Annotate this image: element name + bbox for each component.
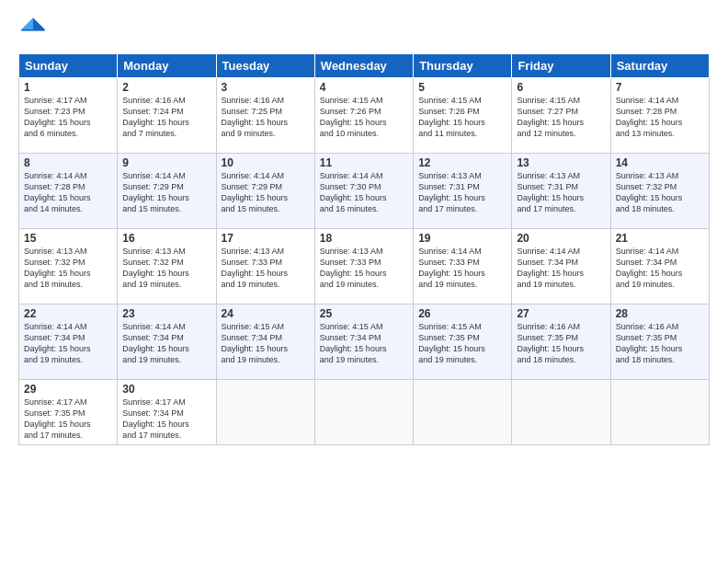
calendar-cell: 6Sunrise: 4:15 AMSunset: 7:27 PMDaylight…: [512, 78, 610, 154]
day-number: 26: [418, 307, 506, 320]
calendar-cell: 28Sunrise: 4:16 AMSunset: 7:35 PMDayligh…: [610, 304, 709, 380]
calendar-cell: 17Sunrise: 4:13 AMSunset: 7:33 PMDayligh…: [216, 229, 314, 304]
calendar-cell: 27Sunrise: 4:16 AMSunset: 7:35 PMDayligh…: [512, 304, 610, 380]
day-info: Sunrise: 4:17 AMSunset: 7:23 PMDaylight:…: [24, 95, 112, 140]
day-info: Sunrise: 4:15 AMSunset: 7:34 PMDaylight:…: [320, 321, 408, 366]
day-info: Sunrise: 4:14 AMSunset: 7:33 PMDaylight:…: [418, 246, 506, 291]
day-number: 25: [320, 307, 408, 320]
svg-rect-2: [21, 29, 45, 31]
day-info: Sunrise: 4:15 AMSunset: 7:26 PMDaylight:…: [418, 95, 506, 140]
day-info: Sunrise: 4:14 AMSunset: 7:28 PMDaylight:…: [616, 95, 704, 140]
calendar-cell: 30Sunrise: 4:17 AMSunset: 7:34 PMDayligh…: [118, 380, 216, 445]
calendar-cell: 23Sunrise: 4:14 AMSunset: 7:34 PMDayligh…: [118, 304, 216, 380]
calendar-cell: 19Sunrise: 4:14 AMSunset: 7:33 PMDayligh…: [414, 229, 512, 304]
day-info: Sunrise: 4:15 AMSunset: 7:26 PMDaylight:…: [320, 95, 408, 140]
day-info: Sunrise: 4:14 AMSunset: 7:29 PMDaylight:…: [122, 170, 210, 215]
calendar-week-1: 1Sunrise: 4:17 AMSunset: 7:23 PMDaylight…: [19, 78, 710, 154]
day-info: Sunrise: 4:13 AMSunset: 7:31 PMDaylight:…: [418, 170, 506, 215]
calendar-cell: [314, 380, 413, 445]
weekday-header-monday: Monday: [118, 54, 216, 78]
calendar-cell: 21Sunrise: 4:14 AMSunset: 7:34 PMDayligh…: [610, 229, 709, 304]
day-info: Sunrise: 4:14 AMSunset: 7:28 PMDaylight:…: [24, 170, 112, 215]
calendar-cell: [216, 380, 314, 445]
day-number: 20: [517, 232, 605, 245]
day-number: 3: [222, 81, 310, 94]
day-number: 10: [222, 156, 310, 169]
calendar-cell: 4Sunrise: 4:15 AMSunset: 7:26 PMDaylight…: [314, 78, 413, 154]
day-number: 30: [122, 383, 210, 396]
day-number: 7: [616, 81, 704, 94]
day-info: Sunrise: 4:14 AMSunset: 7:29 PMDaylight:…: [222, 170, 310, 215]
calendar-week-2: 8Sunrise: 4:14 AMSunset: 7:28 PMDaylight…: [19, 154, 710, 229]
calendar-cell: 7Sunrise: 4:14 AMSunset: 7:28 PMDaylight…: [610, 78, 709, 154]
logo: [18, 15, 51, 44]
weekday-header-row: SundayMondayTuesdayWednesdayThursdayFrid…: [19, 54, 710, 78]
calendar-cell: 15Sunrise: 4:13 AMSunset: 7:32 PMDayligh…: [19, 229, 118, 304]
day-number: 28: [616, 307, 704, 320]
day-info: Sunrise: 4:14 AMSunset: 7:34 PMDaylight:…: [24, 321, 112, 366]
day-info: Sunrise: 4:16 AMSunset: 7:35 PMDaylight:…: [616, 321, 704, 366]
day-info: Sunrise: 4:13 AMSunset: 7:33 PMDaylight:…: [320, 246, 408, 291]
day-number: 22: [24, 307, 112, 320]
day-number: 15: [24, 232, 112, 245]
day-number: 14: [616, 156, 704, 169]
day-number: 8: [24, 156, 112, 169]
day-info: Sunrise: 4:15 AMSunset: 7:35 PMDaylight:…: [418, 321, 506, 366]
day-info: Sunrise: 4:14 AMSunset: 7:34 PMDaylight:…: [122, 321, 210, 366]
day-number: 11: [320, 156, 408, 169]
day-info: Sunrise: 4:16 AMSunset: 7:35 PMDaylight:…: [517, 321, 605, 366]
calendar-cell: 10Sunrise: 4:14 AMSunset: 7:29 PMDayligh…: [216, 154, 314, 229]
weekday-header-sunday: Sunday: [19, 54, 118, 78]
day-info: Sunrise: 4:13 AMSunset: 7:33 PMDaylight:…: [222, 246, 310, 291]
calendar-cell: 11Sunrise: 4:14 AMSunset: 7:30 PMDayligh…: [314, 154, 413, 229]
day-number: 9: [122, 156, 210, 169]
calendar-cell: 9Sunrise: 4:14 AMSunset: 7:29 PMDaylight…: [118, 154, 216, 229]
page: SundayMondayTuesdayWednesdayThursdayFrid…: [0, 0, 728, 563]
day-info: Sunrise: 4:15 AMSunset: 7:34 PMDaylight:…: [222, 321, 310, 366]
calendar-cell: 26Sunrise: 4:15 AMSunset: 7:35 PMDayligh…: [414, 304, 512, 380]
day-number: 27: [517, 307, 605, 320]
calendar-cell: 3Sunrise: 4:16 AMSunset: 7:25 PMDaylight…: [216, 78, 314, 154]
day-number: 17: [222, 232, 310, 245]
calendar-week-3: 15Sunrise: 4:13 AMSunset: 7:32 PMDayligh…: [19, 229, 710, 304]
calendar-cell: 29Sunrise: 4:17 AMSunset: 7:35 PMDayligh…: [19, 380, 118, 445]
calendar-cell: [414, 380, 512, 445]
calendar-cell: [512, 380, 610, 445]
day-number: 16: [122, 232, 210, 245]
day-number: 18: [320, 232, 408, 245]
logo-icon: [18, 15, 48, 44]
svg-marker-1: [21, 17, 33, 29]
day-info: Sunrise: 4:16 AMSunset: 7:25 PMDaylight:…: [222, 95, 310, 140]
calendar-cell: 1Sunrise: 4:17 AMSunset: 7:23 PMDaylight…: [19, 78, 118, 154]
calendar-cell: 18Sunrise: 4:13 AMSunset: 7:33 PMDayligh…: [314, 229, 413, 304]
weekday-header-saturday: Saturday: [610, 54, 709, 78]
calendar-cell: 8Sunrise: 4:14 AMSunset: 7:28 PMDaylight…: [19, 154, 118, 229]
day-number: 21: [616, 232, 704, 245]
calendar-cell: 13Sunrise: 4:13 AMSunset: 7:31 PMDayligh…: [512, 154, 610, 229]
weekday-header-wednesday: Wednesday: [314, 54, 413, 78]
day-number: 29: [24, 383, 112, 396]
day-info: Sunrise: 4:14 AMSunset: 7:34 PMDaylight:…: [517, 246, 605, 291]
day-number: 13: [517, 156, 605, 169]
calendar-table: SundayMondayTuesdayWednesdayThursdayFrid…: [18, 53, 710, 445]
calendar-cell: 12Sunrise: 4:13 AMSunset: 7:31 PMDayligh…: [414, 154, 512, 229]
day-info: Sunrise: 4:13 AMSunset: 7:32 PMDaylight:…: [616, 170, 704, 215]
day-number: 6: [517, 81, 605, 94]
header: [18, 15, 710, 44]
calendar-cell: 2Sunrise: 4:16 AMSunset: 7:24 PMDaylight…: [118, 78, 216, 154]
day-number: 24: [222, 307, 310, 320]
day-number: 23: [122, 307, 210, 320]
day-info: Sunrise: 4:13 AMSunset: 7:32 PMDaylight:…: [122, 246, 210, 291]
weekday-header-tuesday: Tuesday: [216, 54, 314, 78]
day-info: Sunrise: 4:13 AMSunset: 7:31 PMDaylight:…: [517, 170, 605, 215]
weekday-header-thursday: Thursday: [414, 54, 512, 78]
calendar-cell: 20Sunrise: 4:14 AMSunset: 7:34 PMDayligh…: [512, 229, 610, 304]
calendar-cell: 25Sunrise: 4:15 AMSunset: 7:34 PMDayligh…: [314, 304, 413, 380]
svg-marker-0: [33, 17, 45, 29]
day-number: 1: [24, 81, 112, 94]
day-info: Sunrise: 4:16 AMSunset: 7:24 PMDaylight:…: [122, 95, 210, 140]
calendar-cell: 24Sunrise: 4:15 AMSunset: 7:34 PMDayligh…: [216, 304, 314, 380]
day-info: Sunrise: 4:15 AMSunset: 7:27 PMDaylight:…: [517, 95, 605, 140]
day-info: Sunrise: 4:14 AMSunset: 7:30 PMDaylight:…: [320, 170, 408, 215]
calendar-cell: 5Sunrise: 4:15 AMSunset: 7:26 PMDaylight…: [414, 78, 512, 154]
